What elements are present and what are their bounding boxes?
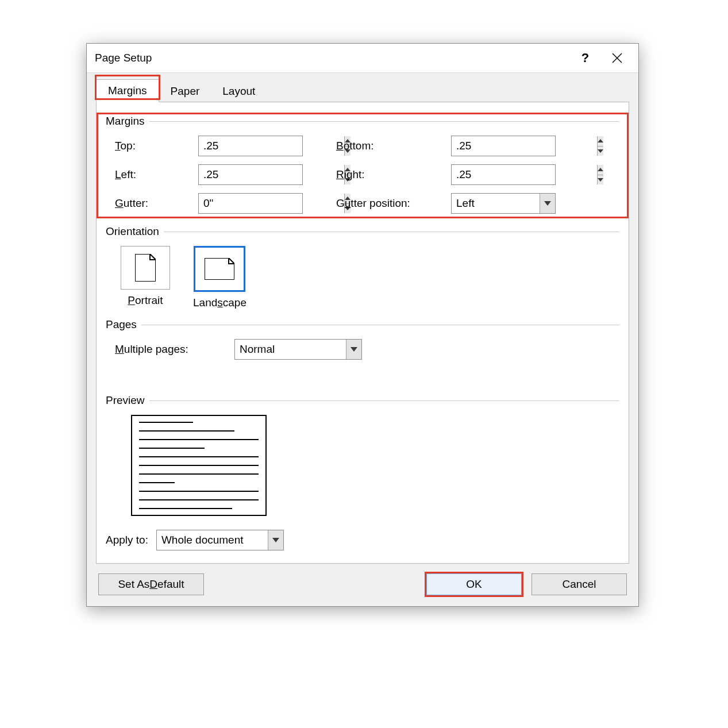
left-spinner[interactable] bbox=[198, 164, 303, 185]
bottom-spinner[interactable] bbox=[451, 136, 556, 156]
svg-marker-4 bbox=[598, 139, 603, 142]
section-divider bbox=[149, 400, 619, 401]
tab-margins[interactable]: Margins bbox=[96, 79, 159, 102]
bottom-input[interactable] bbox=[452, 136, 597, 156]
right-label: Right: bbox=[336, 168, 451, 181]
help-button[interactable]: ? bbox=[569, 47, 601, 70]
close-button[interactable] bbox=[601, 47, 633, 70]
multiple-pages-label: Multiple pages: bbox=[115, 343, 224, 356]
pages-row: Multiple pages: Normal bbox=[115, 339, 619, 360]
landscape-label: Landscape bbox=[193, 296, 246, 309]
svg-marker-16 bbox=[272, 538, 279, 542]
tab-strip: Margins Paper Layout bbox=[96, 73, 629, 102]
ok-label: OK bbox=[466, 578, 482, 591]
pages-section-text: Pages bbox=[106, 318, 137, 331]
bottom-spin-down[interactable] bbox=[598, 147, 603, 156]
right-spin-down[interactable] bbox=[598, 175, 603, 185]
preview-section-label: Preview bbox=[106, 394, 619, 407]
section-divider bbox=[141, 325, 619, 325]
margins-grid: Top: Bottom: bbox=[115, 136, 619, 214]
portrait-label: Portrait bbox=[128, 294, 163, 307]
tab-layout-label: Layout bbox=[222, 85, 255, 97]
apply-to-row: Apply to: Whole document bbox=[106, 530, 619, 550]
gutter-input[interactable] bbox=[199, 194, 344, 213]
orientation-section-label: Orientation bbox=[106, 225, 619, 238]
margins-section-text: Margins bbox=[106, 115, 145, 128]
svg-marker-13 bbox=[135, 254, 156, 282]
ok-button-wrap: OK bbox=[425, 572, 523, 597]
page-setup-dialog: Page Setup ? Margins Paper Layout bbox=[86, 43, 639, 607]
svg-marker-9 bbox=[598, 178, 603, 182]
cancel-button[interactable]: Cancel bbox=[531, 573, 627, 595]
tab-paper-label: Paper bbox=[171, 85, 200, 97]
gutter-label: Gutter: bbox=[115, 197, 198, 210]
tab-content: Margins Top: Bottom: bbox=[96, 102, 629, 564]
right-spin-up[interactable] bbox=[598, 165, 603, 175]
svg-marker-5 bbox=[598, 149, 603, 153]
landscape-page-icon bbox=[205, 258, 234, 280]
section-divider bbox=[164, 232, 619, 232]
orientation-row: Portrait Landscape bbox=[121, 246, 619, 309]
tab-layout[interactable]: Layout bbox=[211, 80, 267, 102]
margins-section: Margins Top: Bottom: bbox=[106, 115, 619, 214]
bottom-label: Bottom: bbox=[336, 140, 451, 152]
close-icon bbox=[612, 53, 622, 63]
apply-to-label: Apply to: bbox=[106, 534, 148, 546]
tab-paper[interactable]: Paper bbox=[159, 80, 211, 102]
landscape-icon-box bbox=[194, 246, 245, 292]
preview-section-text: Preview bbox=[106, 394, 145, 407]
dialog-footer: Set As Default OK Cancel bbox=[96, 564, 629, 597]
margins-section-label: Margins bbox=[106, 115, 619, 128]
orientation-landscape[interactable]: Landscape bbox=[193, 246, 246, 309]
gutter-spinner[interactable] bbox=[198, 193, 303, 214]
gutter-position-select[interactable]: Left bbox=[451, 193, 556, 214]
right-input[interactable] bbox=[452, 165, 597, 184]
svg-marker-12 bbox=[544, 201, 551, 206]
dialog-title: Page Setup bbox=[95, 52, 569, 64]
orientation-section-text: Orientation bbox=[106, 225, 159, 238]
gutter-position-label: Gutter position: bbox=[336, 197, 451, 210]
multiple-pages-value: Normal bbox=[235, 343, 346, 356]
left-label: Left: bbox=[115, 168, 198, 181]
top-spinner[interactable] bbox=[198, 136, 303, 156]
gutter-position-value: Left bbox=[452, 197, 540, 210]
apply-to-value: Whole document bbox=[157, 534, 268, 546]
svg-marker-8 bbox=[598, 168, 603, 171]
dropdown-button[interactable] bbox=[346, 340, 361, 359]
portrait-page-icon bbox=[135, 254, 156, 282]
chevron-down-icon bbox=[272, 538, 279, 542]
section-divider bbox=[149, 121, 619, 122]
multiple-pages-select[interactable]: Normal bbox=[234, 339, 362, 360]
apply-to-select[interactable]: Whole document bbox=[156, 530, 284, 550]
portrait-icon-box bbox=[121, 246, 170, 290]
chevron-down-icon bbox=[350, 347, 357, 352]
dropdown-button[interactable] bbox=[540, 194, 555, 213]
right-spinner[interactable] bbox=[451, 164, 556, 185]
dropdown-button[interactable] bbox=[268, 530, 283, 550]
set-as-default-button[interactable]: Set As Default bbox=[98, 573, 204, 595]
cancel-label: Cancel bbox=[562, 578, 596, 591]
svg-marker-15 bbox=[350, 347, 357, 352]
top-label: Top: bbox=[115, 140, 198, 152]
left-input[interactable] bbox=[199, 165, 344, 184]
chevron-down-icon bbox=[544, 201, 551, 206]
preview-thumbnail bbox=[131, 415, 267, 516]
titlebar: Page Setup ? bbox=[87, 44, 638, 72]
orientation-portrait[interactable]: Portrait bbox=[121, 246, 170, 309]
ok-button[interactable]: OK bbox=[426, 573, 522, 595]
top-input[interactable] bbox=[199, 136, 344, 156]
dialog-body: Margins Paper Layout Margins Top: bbox=[87, 72, 638, 606]
svg-marker-14 bbox=[205, 258, 234, 280]
tab-margins-label: Margins bbox=[108, 84, 147, 97]
bottom-spin-up[interactable] bbox=[598, 136, 603, 147]
pages-section-label: Pages bbox=[106, 318, 619, 331]
